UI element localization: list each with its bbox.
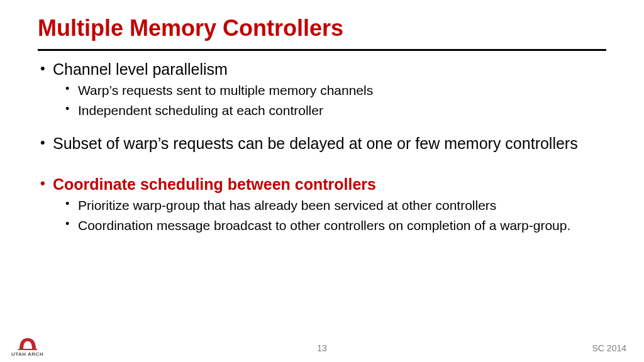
logo-text: UTAH ARCH [11, 351, 43, 357]
title-rule [38, 49, 606, 51]
bullet-1-sublist: Warp’s requests sent to multiple memory … [53, 82, 606, 119]
slide-title: Multiple Memory Controllers [38, 15, 606, 41]
spacer [38, 157, 606, 175]
bullet-3b: Coordination message broadcast to other … [53, 217, 606, 234]
logo: UTAH ARCH [11, 336, 43, 357]
bullet-2: Subset of warp’s requests can be delayed… [38, 134, 606, 153]
bullet-1-text: Channel level parallelism [53, 60, 228, 78]
bullet-list-3: Coordinate scheduling between controller… [38, 175, 606, 234]
bullet-1a: Warp’s requests sent to multiple memory … [53, 82, 606, 99]
arch-icon [17, 336, 38, 351]
bullet-1: Channel level parallelism Warp’s request… [38, 60, 606, 119]
bullet-3-text: Coordinate scheduling between controller… [53, 175, 376, 193]
bullet-list-2: Subset of warp’s requests can be delayed… [38, 134, 606, 153]
bullet-3a: Prioritize warp-group that has already b… [53, 197, 606, 214]
conference-label: SC 2014 [592, 343, 626, 353]
bullet-list: Channel level parallelism Warp’s request… [38, 60, 606, 119]
page-number: 13 [0, 343, 644, 353]
bullet-1b: Independent scheduling at each controlle… [53, 102, 606, 119]
bullet-3-sublist: Prioritize warp-group that has already b… [53, 197, 606, 234]
slide: Multiple Memory Controllers Channel leve… [0, 0, 644, 362]
svg-rect-0 [18, 349, 37, 350]
spacer [38, 123, 606, 134]
bullet-3: Coordinate scheduling between controller… [38, 175, 606, 234]
